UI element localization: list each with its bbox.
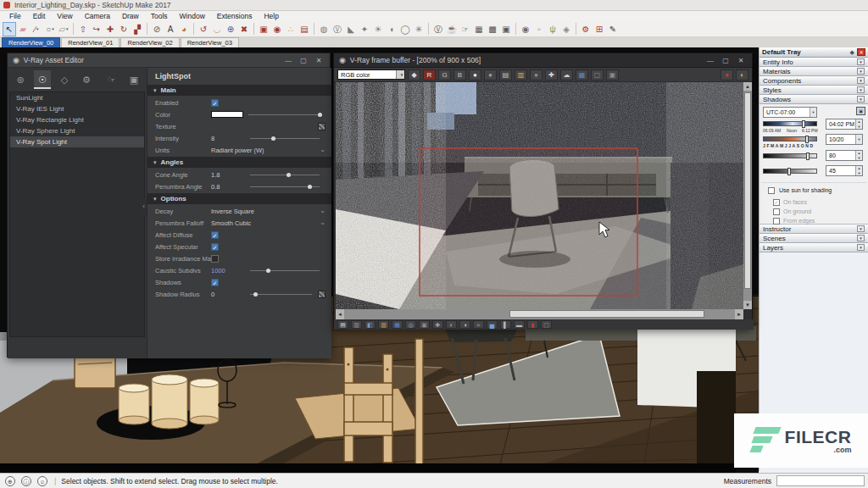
chevron-down-icon[interactable]: ▼ [810, 108, 816, 117]
chevron-down-icon[interactable]: ⌄ [320, 219, 326, 226]
slider-thumb[interactable] [266, 269, 270, 273]
export-image-icon[interactable]: ▤ [298, 22, 311, 36]
vfb-compare-horizontal-icon[interactable]: ▌ [500, 320, 511, 329]
display-checkbox-on-ground[interactable] [773, 208, 780, 215]
panel-collapse-icon[interactable]: ▾ [857, 96, 865, 103]
paint-bucket-tool[interactable]: ◕ [177, 22, 191, 36]
menu-draw[interactable]: Draw [117, 12, 144, 20]
rotate-tool[interactable]: ↻ [117, 22, 131, 36]
slider-caustic-subdivs[interactable] [250, 270, 320, 271]
vray-hide-lights-icon[interactable]: ◉ [519, 22, 532, 36]
light-slider[interactable] [763, 153, 817, 158]
tray-panel-entity-info[interactable]: Entity Info▾ [760, 58, 868, 67]
monochrome-icon[interactable]: ● [484, 69, 497, 80]
vfb-info-icon[interactable]: ▢ [541, 320, 552, 329]
materials-icon[interactable]: ⊛ [12, 70, 29, 89]
tray-header[interactable]: Default Tray ◆ ✕ [760, 47, 868, 58]
checkbox-affect-specular[interactable]: ✓ [211, 243, 219, 251]
tab-renderview-03[interactable]: RenderView_03 [181, 37, 239, 47]
render-region-rectangle[interactable] [420, 148, 637, 296]
vray-frame-buffer-icon[interactable]: ▦ [472, 22, 486, 36]
vfb-pan-icon[interactable]: ✚ [432, 320, 443, 329]
vfb-stereo-icon[interactable]: ▮ [527, 320, 538, 329]
green-channel-button[interactable]: G [438, 69, 451, 80]
vfb-save-icon[interactable]: ▤ [337, 320, 348, 329]
text-tool[interactable]: A [164, 22, 177, 36]
rectangle-tool[interactable]: ▱▾ [57, 22, 70, 36]
vray-sun-icon[interactable]: ☀ [371, 22, 385, 36]
section-header-angles[interactable]: ▾Angles [147, 157, 331, 168]
slider-thumb[interactable] [253, 292, 258, 297]
texture-slot-icon[interactable] [318, 291, 326, 298]
pan-tool[interactable]: ◡ [210, 22, 224, 36]
light-item-sunlight[interactable]: SunLight [10, 92, 144, 103]
dark-slider-thumb[interactable] [787, 168, 791, 175]
section-header-main[interactable]: ▾Main [147, 85, 331, 96]
slider-penumbra-angle[interactable] [250, 186, 320, 187]
zoom-tool[interactable]: ⊕ [224, 22, 237, 36]
measurements-input[interactable] [776, 475, 865, 486]
date-select[interactable]: 10/20 ▼ [826, 134, 863, 145]
blue-channel-button[interactable]: B [453, 69, 466, 80]
horizontal-scrollbar[interactable]: ◄ ► [336, 309, 743, 319]
scroll-up-icon[interactable]: ▲ [743, 82, 752, 91]
menu-view[interactable]: View [52, 12, 77, 20]
duplicate-to-mem-icon[interactable]: ✚ [545, 69, 558, 80]
alpha-channel-icon[interactable]: ● [469, 69, 481, 80]
light-item-v-ray-sphere-light[interactable]: V-Ray Sphere Light [10, 125, 144, 136]
vray-asset-editor-icon[interactable]: Ⓥ [431, 22, 445, 36]
minimize-button[interactable]: — [703, 57, 718, 64]
close-button[interactable]: ✕ [733, 57, 748, 64]
dark-slider[interactable] [763, 169, 817, 174]
render-image[interactable] [336, 82, 743, 309]
menu-extensions[interactable]: Extensions [212, 12, 258, 20]
chevron-down-icon[interactable]: ⌄ [320, 208, 326, 214]
maximize-button[interactable]: ▢ [296, 57, 311, 64]
vray-lock-camera-icon[interactable]: ▣ [499, 22, 513, 36]
scrollbar-thumb[interactable] [744, 92, 751, 289]
clear-image-icon[interactable]: ● [530, 69, 542, 80]
scroll-down-icon[interactable]: ▼ [743, 301, 752, 309]
slider-thumb[interactable] [318, 113, 322, 117]
panel-collapse-icon[interactable]: ▾ [857, 68, 865, 75]
lights-icon[interactable]: ☉ [34, 70, 51, 89]
look-around-icon[interactable]: ◉ [270, 22, 284, 36]
panel-collapse-icon[interactable]: ▾ [857, 235, 865, 241]
section-header-options[interactable]: ▾Options [147, 193, 331, 204]
menu-file[interactable]: File [4, 12, 26, 20]
frame-buffer-titlebar[interactable]: ◉ V-Ray frame buffer - [200% of 900 x 50… [334, 53, 752, 68]
slider-cone-angle[interactable] [250, 175, 320, 175]
zoom-extents-tool[interactable]: ✖ [237, 22, 251, 36]
push-pull-tool[interactable]: ⇧ [76, 22, 90, 36]
move-tool[interactable]: ✚ [103, 22, 117, 36]
vray-frame-buffer-window[interactable]: ◉ V-Ray frame buffer - [200% of 900 x 50… [333, 53, 753, 329]
panel-collapse-icon[interactable]: ▾ [857, 86, 865, 93]
vray-batch-render-icon[interactable]: ▩ [486, 22, 499, 36]
vray-spot-light-icon[interactable]: ◣ [344, 22, 358, 36]
time-slider[interactable] [763, 121, 817, 126]
panel-collapse-icon[interactable]: ▾ [857, 77, 865, 84]
claim-credit-icon[interactable]: ⓘ [21, 476, 31, 486]
walk-icon[interactable]: ∴ [284, 22, 298, 36]
stamp-icon[interactable]: ▣ [606, 69, 619, 80]
slider-thumb[interactable] [308, 185, 312, 189]
checkbox-shadows[interactable]: ✓ [211, 279, 219, 286]
menu-help[interactable]: Help [259, 12, 283, 20]
vray-interactive-render-icon[interactable]: ☞ [459, 22, 472, 36]
use-sun-checkbox[interactable] [768, 187, 775, 194]
spin-down-icon[interactable]: ▼ [856, 156, 862, 161]
open-image-icon[interactable]: ▥ [515, 69, 527, 80]
vfb-histogram-icon[interactable]: ▅ [487, 320, 498, 329]
slider-color[interactable] [248, 114, 320, 115]
menu-camera[interactable]: Camera [80, 12, 115, 20]
scroll-right-icon[interactable]: ► [735, 309, 743, 319]
vfb-track-mouse-icon[interactable]: ◎ [405, 320, 416, 329]
orbit-tool[interactable]: ↺ [197, 22, 210, 36]
vfb-curves-icon[interactable]: ≈ [473, 320, 484, 329]
vfb-color-correction-icon[interactable]: ◐ [446, 320, 457, 329]
pin-icon[interactable]: ◆ [850, 49, 854, 56]
vfb-layers-icon[interactable]: ▦ [392, 320, 403, 329]
texture-slot-icon[interactable] [318, 123, 326, 130]
slider-thumb[interactable] [271, 136, 275, 141]
tray-panel-styles[interactable]: Styles▾ [760, 86, 868, 95]
